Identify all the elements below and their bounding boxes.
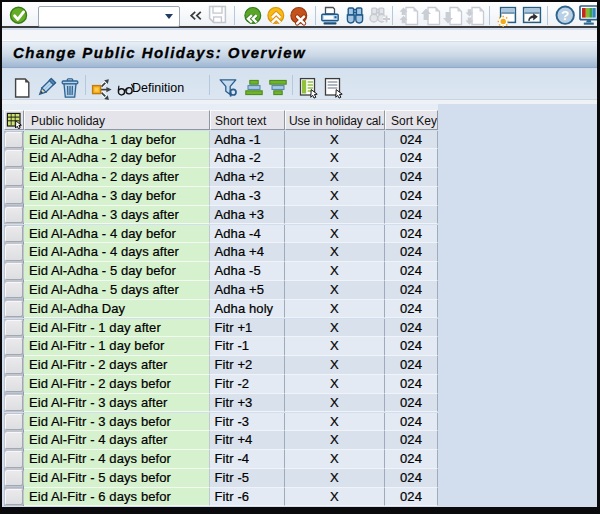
svg-text:?: ?: [561, 8, 569, 23]
